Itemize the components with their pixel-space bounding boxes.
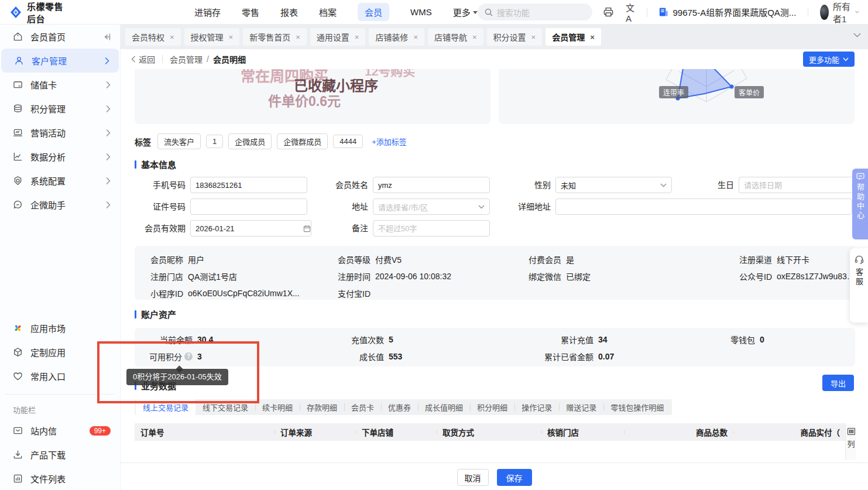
- customer-service-widget[interactable]: 客服: [850, 248, 868, 323]
- open-tabs-bar: 会员特权× 授权管理× 新零售首页× 通用设置× 店铺装修× 店铺导航× 积分设…: [121, 25, 868, 49]
- collapse-sidebar-icon[interactable]: [102, 33, 111, 40]
- tab-points-settings[interactable]: 积分设置×: [487, 28, 543, 46]
- menu-item-more[interactable]: 更多: [453, 6, 478, 18]
- sidebar-item-favorites[interactable]: 常用入口: [0, 364, 120, 388]
- tag-chip[interactable]: 4444: [333, 135, 363, 148]
- sidebar-item-member-home[interactable]: 会员首页: [0, 25, 120, 49]
- tag-chip[interactable]: 企微成员: [228, 133, 272, 149]
- record-tab-deposit-detail[interactable]: 存款明细: [300, 399, 344, 415]
- help-circle-icon[interactable]: ?: [184, 352, 193, 361]
- validity-date-picker[interactable]: [190, 220, 307, 237]
- sidebar-item-data-analysis[interactable]: 数据分析: [0, 145, 120, 169]
- add-tag-link[interactable]: +添加标签: [372, 136, 407, 147]
- tag-chip[interactable]: 企微群成员: [277, 133, 328, 149]
- gender-select[interactable]: 未知: [555, 177, 672, 193]
- remark-input[interactable]: [373, 220, 490, 237]
- col-actual-paid[interactable]: 商品实付（: [733, 426, 846, 438]
- sidebar-item-product-download[interactable]: 产品下载: [0, 443, 120, 467]
- tab-member-management[interactable]: 会员管理×: [545, 28, 601, 46]
- close-icon[interactable]: ×: [531, 33, 536, 42]
- export-button[interactable]: 导出: [822, 375, 854, 391]
- column-settings-tool[interactable]: 列: [845, 424, 856, 460]
- close-icon[interactable]: ×: [472, 33, 477, 42]
- sidebar-item-label: 产品下载: [30, 448, 66, 461]
- col-order-source[interactable]: 订单来源: [275, 426, 356, 438]
- caret-down-icon: [473, 11, 478, 14]
- sidebar-item-inbox[interactable]: 站内信 99+: [0, 419, 120, 443]
- col-pickup-method[interactable]: 取货方式: [437, 426, 541, 438]
- sidebar-item-wecom-assistant[interactable]: 企微助手: [0, 193, 120, 217]
- record-tab-coupons[interactable]: 优惠券: [381, 399, 418, 415]
- menu-item-retail[interactable]: 零售: [242, 6, 259, 18]
- phone-input[interactable]: [190, 177, 307, 193]
- sidebar-item-stored-value-card[interactable]: 储值卡: [0, 73, 120, 97]
- cube-icon: [13, 347, 23, 357]
- menu-item-wms[interactable]: WMS: [410, 7, 432, 17]
- tab-store-navigation[interactable]: 店铺导航×: [428, 28, 483, 46]
- record-type-tabs: 线上交易记录 线下交易记录 续卡明细 存款明细 会员卡 优惠券 成长值明细 积分…: [135, 399, 672, 415]
- record-tab-gift-log[interactable]: 赠送记录: [559, 399, 603, 415]
- cancel-button[interactable]: 取消: [457, 469, 489, 486]
- close-icon[interactable]: ×: [355, 33, 359, 42]
- close-icon[interactable]: ×: [170, 33, 174, 42]
- col-item-count[interactable]: 商品总数: [624, 426, 733, 438]
- tag-chip[interactable]: 1: [206, 135, 223, 148]
- record-tab-online-transactions[interactable]: 线上交易记录: [136, 399, 195, 415]
- help-center-widget[interactable]: 帮助中心: [852, 169, 868, 239]
- record-tab-points-detail[interactable]: 积分明细: [470, 399, 514, 415]
- translate-icon[interactable]: 文A: [626, 1, 635, 23]
- address-select[interactable]: 请选择省/市/区: [373, 198, 490, 215]
- menu-item-inventory[interactable]: 进销存: [194, 6, 221, 18]
- tag-chip[interactable]: 流失客户: [157, 133, 201, 149]
- id-number-input[interactable]: [190, 198, 307, 215]
- tabs-overflow-chevron[interactable]: [853, 33, 861, 37]
- record-tab-growth-detail[interactable]: 成长值明细: [418, 399, 470, 415]
- record-tab-offline-transactions[interactable]: 线下交易记录: [195, 399, 255, 415]
- org-switcher[interactable]: 99675-A组新界面果蔬版QA测...: [658, 6, 796, 18]
- sidebar-item-app-market[interactable]: 应用市场: [0, 316, 120, 340]
- account-menu[interactable]: 所有者1: [820, 0, 859, 25]
- sidebar-item-customer-management[interactable]: 客户管理: [1, 49, 119, 73]
- validity-input[interactable]: [190, 220, 303, 237]
- record-tab-wallet-operations[interactable]: 零钱包操作明细: [603, 399, 671, 415]
- record-tab-card-renewal[interactable]: 续卡明细: [255, 399, 300, 415]
- record-tab-member-card[interactable]: 会员卡: [344, 399, 381, 415]
- sidebar-item-file-list[interactable]: 文件列表: [0, 467, 120, 490]
- tab-new-retail-home[interactable]: 新零售首页×: [243, 28, 307, 46]
- sidebar-item-label: 会员首页: [30, 30, 66, 43]
- menu-item-archives[interactable]: 档案: [319, 6, 337, 18]
- more-functions-button[interactable]: 更多功能: [803, 52, 855, 67]
- global-search-input[interactable]: 搜索功能: [478, 4, 592, 20]
- breadcrumb-section[interactable]: 会员管理: [170, 53, 203, 65]
- birthday-input[interactable]: [739, 177, 852, 193]
- col-order-store[interactable]: 下单店铺: [356, 426, 437, 438]
- close-icon[interactable]: ×: [413, 33, 418, 42]
- back-button[interactable]: 返回: [131, 53, 155, 65]
- divider: [808, 8, 808, 17]
- tab-authorization[interactable]: 授权管理×: [184, 28, 240, 46]
- section-accent-bar: [135, 160, 136, 169]
- menu-item-members[interactable]: 会员: [358, 3, 389, 21]
- avatar: [820, 5, 829, 20]
- save-button[interactable]: 保存: [497, 469, 532, 486]
- sidebar-item-system-config[interactable]: 系统配置: [0, 169, 120, 193]
- tab-member-privileges[interactable]: 会员特权×: [125, 28, 181, 46]
- sidebar-item-custom-apps[interactable]: 定制应用: [0, 340, 120, 364]
- close-icon[interactable]: ×: [296, 33, 300, 42]
- birthday-date-picker[interactable]: [739, 177, 851, 193]
- address-detail-input[interactable]: [555, 198, 852, 215]
- sidebar-item-points-management[interactable]: 积分管理: [0, 97, 120, 121]
- printer-icon[interactable]: [603, 6, 614, 18]
- tab-store-decoration[interactable]: 店铺装修×: [369, 28, 424, 46]
- record-tab-operation-log[interactable]: 操作记录: [514, 399, 559, 415]
- col-order-no[interactable]: 订单号: [135, 426, 275, 438]
- member-name-input[interactable]: [373, 177, 490, 193]
- sidebar-item-marketing-activities[interactable]: 营销活动: [0, 121, 120, 145]
- close-icon[interactable]: ×: [590, 33, 595, 42]
- close-icon[interactable]: ×: [229, 33, 234, 42]
- col-redeem-store[interactable]: 核销门店: [541, 426, 624, 438]
- recharge-count-label: 充值次数: [334, 334, 384, 345]
- menu-item-reports[interactable]: 报表: [280, 6, 298, 18]
- balance-label: 当前余额: [147, 334, 193, 345]
- tab-general-settings[interactable]: 通用设置×: [310, 28, 366, 46]
